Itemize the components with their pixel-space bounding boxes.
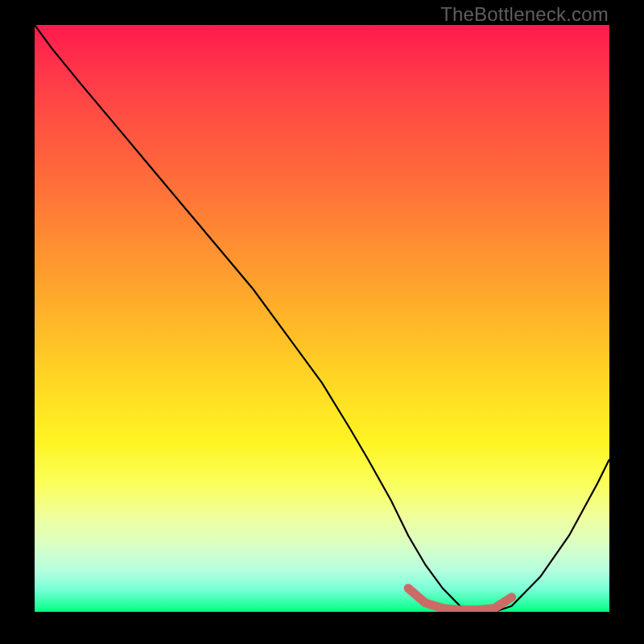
bottleneck-curve-path (35, 25, 609, 612)
plot-area (35, 25, 609, 612)
watermark-text: TheBottleneck.com (440, 3, 609, 26)
bottleneck-curve-svg (35, 25, 609, 612)
highlight-segment-path (408, 588, 511, 610)
chart-frame: TheBottleneck.com (0, 0, 644, 644)
